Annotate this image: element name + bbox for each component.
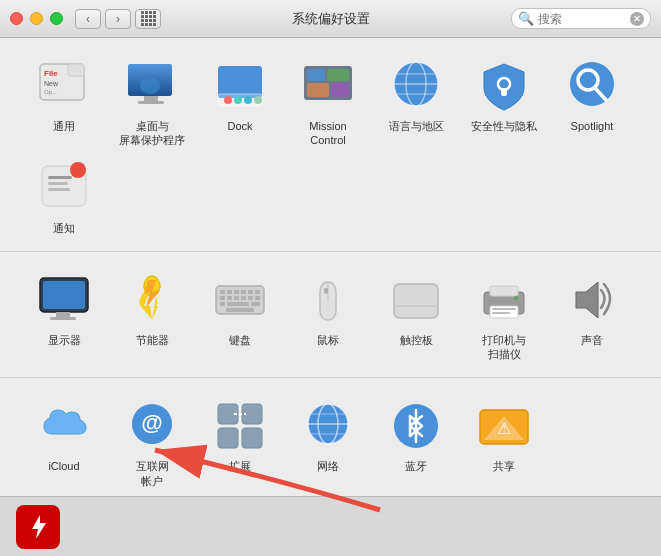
- notifications-icon: [36, 160, 92, 216]
- flash-button[interactable]: [16, 505, 60, 549]
- nav-buttons: ‹ ›: [75, 9, 131, 29]
- svg-rect-50: [220, 296, 225, 300]
- pref-printer[interactable]: 打印机与扫描仪: [460, 266, 548, 368]
- sharing-label: 共享: [493, 459, 515, 473]
- forward-button[interactable]: ›: [105, 9, 131, 29]
- pref-energy[interactable]: 节能器: [108, 266, 196, 368]
- svg-rect-55: [255, 296, 260, 300]
- svg-rect-44: [220, 290, 225, 294]
- mouse-icon: [300, 272, 356, 328]
- section-internet: iCloud @ 互联网帐户: [0, 378, 661, 505]
- pref-mouse[interactable]: 鼠标: [284, 266, 372, 368]
- internet-icon: @: [124, 398, 180, 454]
- svg-rect-62: [394, 284, 438, 318]
- pref-extensions[interactable]: 扩展: [196, 392, 284, 494]
- svg-rect-10: [218, 66, 262, 98]
- svg-point-13: [234, 96, 242, 104]
- minimize-button[interactable]: [30, 12, 43, 25]
- svg-rect-74: [218, 428, 238, 448]
- mouse-label: 鼠标: [317, 333, 339, 347]
- svg-text:Op...: Op...: [44, 89, 57, 95]
- icloud-icon: [36, 398, 92, 454]
- grid-view-button[interactable]: [135, 9, 161, 29]
- printer-label: 打印机与扫描仪: [482, 333, 526, 362]
- section-hardware: 显示器 节能器: [0, 252, 661, 379]
- pref-sharing[interactable]: ⚠ 共享: [460, 392, 548, 494]
- svg-rect-59: [226, 308, 254, 312]
- svg-rect-53: [241, 296, 246, 300]
- svg-text:New: New: [44, 80, 59, 87]
- search-box[interactable]: 🔍 ✕: [511, 8, 651, 29]
- pref-network[interactable]: 网络: [284, 392, 372, 494]
- svg-text:File: File: [44, 69, 58, 78]
- pref-desktop[interactable]: 桌面与屏幕保护程序: [108, 52, 196, 154]
- svg-rect-38: [43, 281, 85, 309]
- display-icon: [36, 272, 92, 328]
- spotlight-label: Spotlight: [571, 119, 614, 133]
- search-clear-button[interactable]: ✕: [630, 12, 644, 26]
- dock-label: Dock: [227, 119, 252, 133]
- svg-point-7: [140, 78, 160, 94]
- pref-keyboard[interactable]: 键盘: [196, 266, 284, 368]
- main-content: File New Op... 通用: [0, 38, 661, 556]
- svg-rect-17: [307, 69, 325, 81]
- desktop-icon: [124, 58, 180, 114]
- energy-icon: [124, 272, 180, 328]
- svg-rect-45: [227, 290, 232, 294]
- svg-point-15: [254, 96, 262, 104]
- svg-rect-4: [68, 64, 84, 76]
- pref-security[interactable]: 安全性与隐私: [460, 52, 548, 154]
- desktop-label: 桌面与屏幕保护程序: [119, 119, 185, 148]
- svg-rect-68: [492, 312, 510, 314]
- svg-rect-36: [48, 188, 70, 191]
- bluetooth-icon: [388, 398, 444, 454]
- svg-rect-49: [255, 290, 260, 294]
- close-button[interactable]: [10, 12, 23, 25]
- pref-sound[interactable]: 声音: [548, 266, 636, 368]
- pref-mission[interactable]: MissionControl: [284, 52, 372, 154]
- keyboard-label: 键盘: [229, 333, 251, 347]
- svg-point-12: [224, 96, 232, 104]
- pref-general[interactable]: File New Op... 通用: [20, 52, 108, 154]
- svg-rect-8: [144, 96, 158, 101]
- svg-point-14: [244, 96, 252, 104]
- svg-point-69: [514, 296, 518, 300]
- keyboard-icon: [212, 272, 268, 328]
- pref-bluetooth[interactable]: 蓝牙: [372, 392, 460, 494]
- internet-label: 互联网帐户: [136, 459, 169, 488]
- traffic-lights: [10, 12, 63, 25]
- search-input[interactable]: [538, 12, 626, 26]
- window-title: 系统偏好设置: [292, 10, 370, 28]
- extensions-label: 扩展: [229, 459, 251, 473]
- pref-language[interactable]: 语言与地区: [372, 52, 460, 154]
- pref-trackpad[interactable]: 触控板: [372, 266, 460, 368]
- maximize-button[interactable]: [50, 12, 63, 25]
- pref-display[interactable]: 显示器: [20, 266, 108, 368]
- search-icon: 🔍: [518, 11, 534, 26]
- general-label: 通用: [53, 119, 75, 133]
- pref-notifications[interactable]: 通知: [20, 154, 108, 241]
- pref-icloud[interactable]: iCloud: [20, 392, 108, 494]
- svg-rect-56: [220, 302, 225, 306]
- mission-label: MissionControl: [309, 119, 346, 148]
- display-label: 显示器: [48, 333, 81, 347]
- icloud-label: iCloud: [48, 459, 79, 473]
- sound-icon: [564, 272, 620, 328]
- svg-rect-20: [331, 83, 349, 97]
- svg-rect-39: [56, 312, 70, 317]
- back-button[interactable]: ‹: [75, 9, 101, 29]
- pref-internet[interactable]: @ 互联网帐户: [108, 392, 196, 494]
- svg-rect-40: [50, 317, 76, 320]
- security-label: 安全性与隐私: [471, 119, 537, 133]
- svg-rect-57: [227, 302, 249, 306]
- svg-rect-54: [248, 296, 253, 300]
- titlebar: ‹ › 系统偏好设置 🔍 ✕: [0, 0, 661, 38]
- security-icon: [476, 58, 532, 114]
- energy-label: 节能器: [136, 333, 169, 347]
- grid-icon: [141, 11, 156, 26]
- sharing-icon: ⚠: [476, 398, 532, 454]
- pref-dock[interactable]: Dock: [196, 52, 284, 154]
- svg-point-33: [70, 162, 86, 178]
- svg-rect-51: [227, 296, 232, 300]
- pref-spotlight[interactable]: Spotlight: [548, 52, 636, 154]
